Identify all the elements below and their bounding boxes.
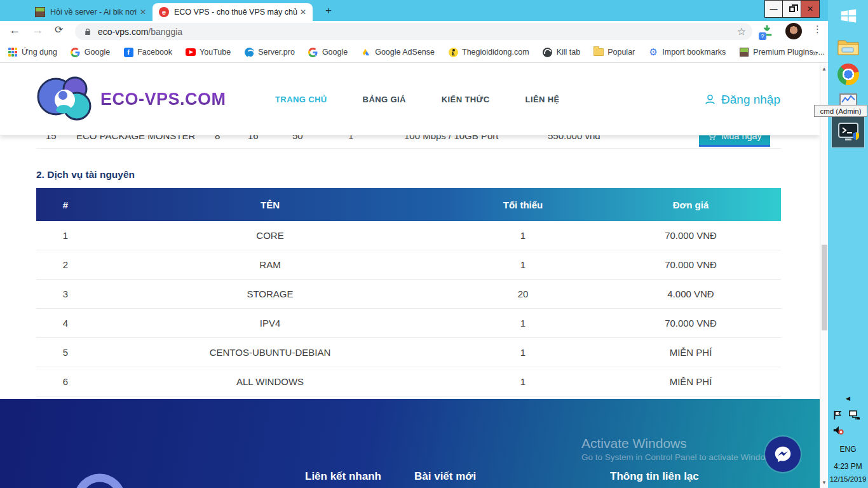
adsense-icon bbox=[361, 47, 371, 57]
tab-eco-vps[interactable]: e ECO VPS - cho thuê VPS máy chủ ✕ bbox=[153, 3, 313, 21]
bookmark-label: Popular bbox=[607, 48, 635, 57]
nav-lien-he[interactable]: LIÊN HỆ bbox=[526, 95, 560, 104]
resource-table: # TÊN Tối thiểu Đơn giá 1CORE170.000 VNĐ… bbox=[36, 188, 781, 396]
clock-time[interactable]: 4:23 PM bbox=[828, 462, 868, 471]
scrollbar-thumb[interactable] bbox=[822, 245, 827, 330]
nav-trang-chu[interactable]: TRANG CHỦ bbox=[275, 95, 327, 104]
table-cell: IPV4 bbox=[95, 318, 445, 329]
google-icon bbox=[71, 47, 81, 57]
activate-windows-subtext: Go to System in Control Panel to activat… bbox=[581, 452, 778, 462]
tab-close-icon[interactable]: ✕ bbox=[137, 8, 149, 17]
language-indicator[interactable]: ENG bbox=[828, 445, 868, 454]
bookmark-facebook[interactable]: f Facebook bbox=[123, 47, 172, 57]
forward-icon[interactable]: → bbox=[32, 24, 43, 37]
bookmark-label: Server.pro bbox=[258, 48, 295, 57]
bookmark-apps[interactable]: Ứng dụng bbox=[8, 47, 57, 57]
login-link[interactable]: Đăng nhập bbox=[704, 64, 780, 135]
scrollbar-up-arrow[interactable]: ▲ bbox=[820, 66, 828, 72]
col-header: TÊN bbox=[95, 200, 445, 210]
address-bar[interactable]: eco-vps.com/banggia ☆ bbox=[75, 23, 752, 40]
restore-icon bbox=[789, 6, 795, 12]
restore-button[interactable] bbox=[783, 0, 801, 18]
volume-muted-icon[interactable] bbox=[828, 424, 868, 436]
table-cell: RAM bbox=[95, 259, 445, 270]
url-host: eco-vps.com bbox=[98, 27, 148, 37]
start-button[interactable] bbox=[828, 6, 868, 25]
serverpro-icon bbox=[245, 48, 254, 57]
table-cell: 1 bbox=[36, 230, 95, 241]
hidden-icons-arrow[interactable]: ◀ bbox=[828, 395, 868, 402]
bookmark-label: Thegioididong.com bbox=[462, 48, 529, 57]
windows-start-icon bbox=[839, 6, 858, 25]
chrome-taskbar-button[interactable] bbox=[828, 64, 868, 85]
bookmark-label: Google bbox=[322, 48, 348, 57]
bookmark-serverpro[interactable]: Server.pro bbox=[244, 47, 295, 57]
flag-icon[interactable] bbox=[832, 410, 843, 421]
folder-icon bbox=[593, 48, 604, 56]
footer-heading[interactable]: Thông tin liên lạc bbox=[610, 470, 699, 483]
site-logo[interactable]: ECO-VPS.COM bbox=[33, 71, 226, 127]
google-icon bbox=[308, 47, 318, 57]
nav-kien-thuc[interactable]: KIẾN THỨC bbox=[442, 95, 490, 104]
footer-cloud-logo bbox=[60, 463, 143, 488]
bookmark-google2[interactable]: Google bbox=[308, 47, 348, 57]
reload-icon[interactable]: ⟳ bbox=[55, 24, 63, 36]
minecraft-cube-icon bbox=[35, 7, 45, 17]
clock-date[interactable]: 12/15/2019 bbox=[828, 475, 868, 483]
section-title: 2. Dịch vụ tài nguyên bbox=[36, 169, 135, 180]
bookmark-premium-plugins[interactable]: Premium Plugins -... bbox=[739, 47, 825, 57]
footer-heading[interactable]: Bài viết mới bbox=[414, 470, 476, 483]
bookmark-adsense[interactable]: Google AdSense bbox=[361, 47, 435, 57]
bookmark-label: YouTube bbox=[200, 48, 231, 57]
login-label: Đăng nhập bbox=[721, 93, 780, 107]
youtube-icon bbox=[186, 48, 196, 56]
bookmark-killtab[interactable]: Kill tab bbox=[543, 47, 581, 57]
table-cell: CORE bbox=[95, 230, 445, 241]
col-header: Đơn giá bbox=[600, 200, 781, 210]
table-cell: STORAGE bbox=[95, 288, 445, 299]
bookmarks-overflow-chevron[interactable]: » bbox=[813, 47, 818, 58]
table-cell: 1 bbox=[445, 318, 600, 329]
bookmark-popular-folder[interactable]: Popular bbox=[593, 47, 635, 57]
table-cell: 2 bbox=[36, 259, 95, 270]
apps-grid-icon bbox=[8, 47, 18, 57]
bookmark-youtube[interactable]: YouTube bbox=[186, 47, 231, 57]
file-explorer-button[interactable] bbox=[828, 37, 868, 56]
nav-bang-gia[interactable]: BẢNG GIÁ bbox=[363, 95, 406, 104]
lock-icon bbox=[84, 27, 92, 36]
download-question-badge: ? bbox=[759, 32, 766, 40]
network-icon[interactable] bbox=[848, 410, 860, 421]
table-row: 2RAM170.000 VNĐ bbox=[36, 250, 781, 280]
bookmark-label: Kill tab bbox=[557, 48, 581, 57]
person-icon bbox=[704, 93, 716, 105]
facebook-icon: f bbox=[124, 48, 133, 57]
tab-strip: Hỏi về server - Ai bik nơi bán vps ✕ e E… bbox=[0, 0, 828, 21]
col-header: # bbox=[36, 200, 95, 210]
avatar[interactable] bbox=[785, 23, 802, 39]
chrome-icon bbox=[837, 64, 859, 85]
new-tab-button[interactable]: + bbox=[322, 4, 336, 18]
download-icon[interactable]: ? bbox=[760, 24, 775, 39]
scrollbar-down-arrow[interactable]: ▼ bbox=[820, 480, 828, 485]
menu-dots-icon[interactable]: ⋮ bbox=[813, 24, 822, 35]
table-cell: 70.000 VNĐ bbox=[600, 230, 781, 241]
page-scrollbar[interactable]: ▲ ▼ bbox=[820, 64, 828, 488]
table-cell: 5 bbox=[36, 347, 95, 358]
cmd-admin-button[interactable] bbox=[831, 116, 865, 148]
back-icon[interactable]: ← bbox=[9, 24, 20, 37]
table-row: 6ALL WINDOWS1MIỄN PHÍ bbox=[36, 367, 781, 396]
footer-heading[interactable]: Liên kết nhanh bbox=[305, 470, 381, 483]
minimize-button[interactable]: — bbox=[764, 0, 783, 18]
bookmark-import[interactable]: ⚙ Import bookmarks bbox=[648, 47, 726, 57]
tab-close-icon[interactable]: ✕ bbox=[297, 8, 309, 17]
bookmark-google[interactable]: Google bbox=[71, 47, 110, 57]
close-button[interactable]: ✕ bbox=[801, 0, 820, 18]
page-content: 15 ECO PACKAGE MONSTER 8 16 50 1 100 Mbp… bbox=[0, 64, 820, 488]
messenger-chat-button[interactable] bbox=[765, 437, 801, 472]
killtab-icon bbox=[543, 48, 552, 57]
tab-minecraft-forum[interactable]: Hỏi về server - Ai bik nơi bán vps ✕ bbox=[29, 3, 153, 21]
star-icon[interactable]: ☆ bbox=[737, 25, 746, 37]
bookmark-thegioididong[interactable]: Thegioididong.com bbox=[448, 47, 529, 57]
table-cell: MIỄN PHÍ bbox=[600, 376, 781, 387]
thegioididong-icon bbox=[449, 48, 458, 57]
